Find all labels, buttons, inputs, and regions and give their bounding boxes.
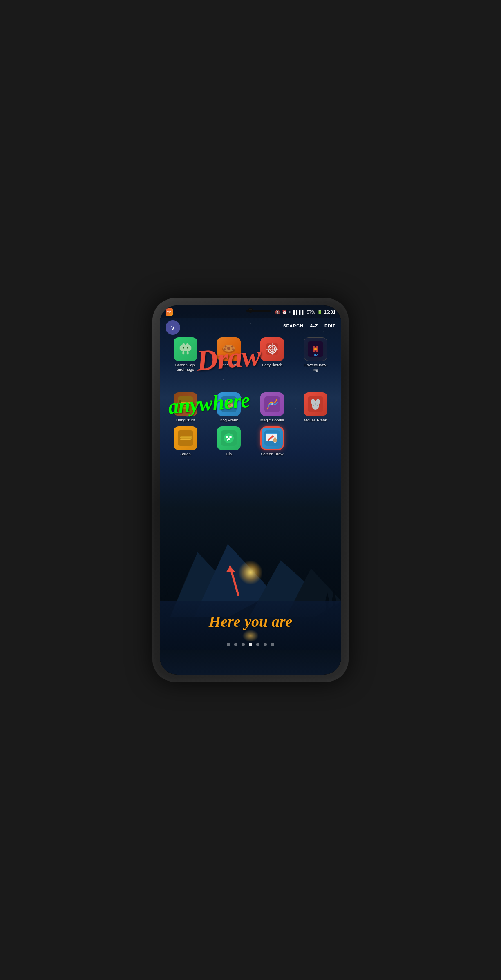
app-row-3: Saron O [164, 426, 337, 456]
magicdoodle-label: Magic Doodle [260, 418, 284, 422]
page-dot-3[interactable] [242, 643, 245, 646]
chevron-down-icon: ∨ [170, 324, 175, 332]
app-toolbar: SEARCH A-Z EDIT [160, 318, 341, 333]
edit-button[interactable]: EDIT [324, 323, 335, 328]
hangdrum2-label: HangDrum [176, 418, 195, 422]
app-ola[interactable]: Ola [212, 426, 246, 456]
svg-point-22 [187, 347, 188, 349]
svg-point-51 [271, 403, 273, 405]
status-bar: YE 🔇 ⏰ H ▌▌▌▌ 57% 🔋 16:01 [160, 305, 341, 318]
screendraw-label: Screen Draw [261, 452, 284, 456]
svg-rect-76 [274, 442, 276, 443]
screendraw-icon [260, 426, 284, 450]
search-button[interactable]: SEARCH [283, 323, 303, 328]
svg-point-64 [186, 436, 189, 439]
svg-rect-17 [180, 346, 182, 350]
water-glow [242, 630, 259, 642]
status-left-area: YE [166, 308, 173, 316]
alarm-icon: ⏰ [282, 310, 287, 314]
arrow-indicator [218, 560, 250, 597]
page-dot-5[interactable] [256, 643, 259, 646]
svg-point-58 [317, 405, 318, 406]
svg-point-63 [183, 436, 186, 439]
svg-marker-9 [164, 590, 169, 601]
screen: YE 🔇 ⏰ H ▌▌▌▌ 57% 🔋 16:01 SEARCH A-Z EDI… [160, 305, 341, 675]
mouseprank-icon [304, 392, 327, 416]
app-flowersdrawing[interactable]: TD FlowersDraw- ing [298, 337, 333, 372]
saron-icon [174, 426, 197, 450]
collapse-button[interactable]: ∨ [166, 320, 180, 335]
here-you-are-text: Here you are [168, 612, 333, 630]
svg-point-36 [314, 348, 317, 350]
easysketch-icon [260, 337, 284, 361]
page-dot-1[interactable] [227, 643, 230, 646]
draw-overlay-text: Draw [195, 339, 262, 378]
svg-point-54 [311, 399, 315, 405]
battery-icon: 🔋 [317, 310, 322, 314]
flowersdrawing-label: FlowersDraw- ing [304, 363, 328, 372]
phone-screen-area: YE 🔇 ⏰ H ▌▌▌▌ 57% 🔋 16:01 SEARCH A-Z EDI… [160, 305, 341, 675]
svg-point-55 [316, 399, 320, 405]
page-dot-4-active[interactable] [249, 643, 252, 646]
signal-bars-icon: ▌▌▌▌ [293, 310, 305, 314]
page-dot-6[interactable] [264, 643, 267, 646]
svg-rect-73 [266, 433, 277, 434]
svg-point-69 [229, 436, 232, 438]
status-right-icons: 🔇 ⏰ H ▌▌▌▌ 57% 🔋 16:01 [275, 310, 335, 314]
svg-point-75 [274, 437, 276, 441]
page-dot-2[interactable] [234, 643, 237, 646]
svg-point-57 [313, 405, 314, 406]
app-screendraw[interactable]: Screen Draw [255, 426, 290, 456]
time-display: 16:01 [324, 310, 335, 314]
svg-text:TD: TD [313, 353, 318, 356]
dogprank-label: Dog Prank [220, 418, 238, 422]
svg-point-68 [226, 436, 228, 438]
ola-icon [217, 426, 241, 450]
svg-rect-19 [182, 351, 184, 355]
az-button[interactable]: A-Z [310, 323, 318, 328]
flowersdrawing-icon: TD [304, 337, 327, 361]
mouseprank-label: Mouse Prank [304, 418, 327, 422]
screencapture-icon [174, 337, 197, 361]
app-magicdoodle[interactable]: Magic Doodle [255, 392, 290, 422]
svg-point-21 [183, 347, 184, 349]
signal-h-icon: H [289, 310, 291, 314]
svg-rect-20 [187, 351, 189, 355]
app-mouseprank[interactable]: Mouse Prank [298, 392, 333, 422]
magicdoodle-icon [260, 392, 284, 416]
svg-marker-78 [226, 566, 235, 572]
svg-point-62 [180, 436, 183, 439]
battery-percent: 57% [307, 310, 315, 314]
page-indicators [160, 643, 341, 646]
svg-rect-16 [181, 345, 190, 351]
app-icon-indicator: YE [166, 308, 173, 316]
saron-label: Saron [180, 452, 190, 456]
page-dot-7[interactable] [271, 643, 274, 646]
app-saron[interactable]: Saron [168, 426, 203, 456]
svg-rect-18 [190, 346, 192, 350]
phone-device: YE 🔇 ⏰ H ▌▌▌▌ 57% 🔋 16:01 SEARCH A-Z EDI… [152, 298, 349, 682]
mute-icon: 🔇 [275, 310, 280, 314]
ola-label: Ola [226, 452, 232, 456]
easysketch-label: EasySketch [262, 363, 282, 367]
svg-point-65 [189, 436, 192, 439]
screencapture-label: ScreenCap- tureImage [175, 363, 196, 372]
